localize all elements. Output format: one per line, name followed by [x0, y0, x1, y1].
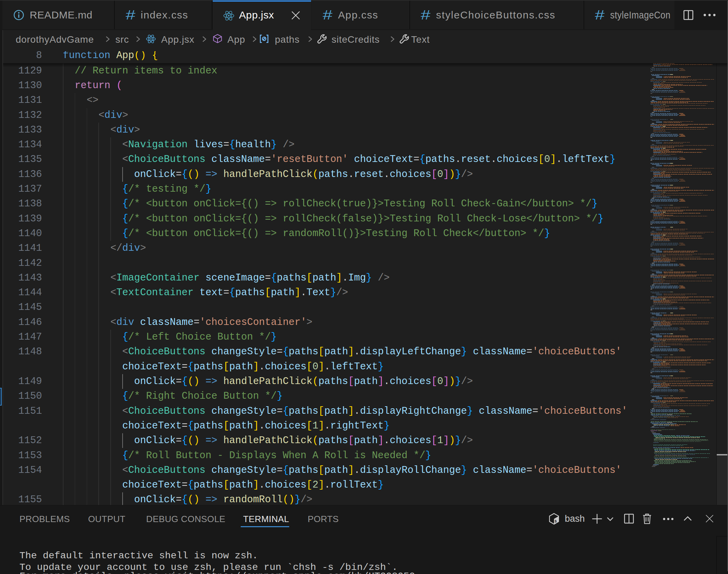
- svg-text:$: $: [555, 519, 557, 523]
